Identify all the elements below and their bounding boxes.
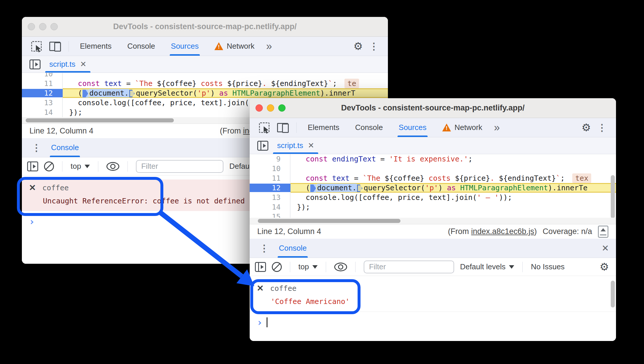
console-drawer-header: ⋮ Console ✕ [250, 239, 616, 258]
code-editor[interactable]: 9 const endingText = 'It is expensive.';… [250, 154, 616, 218]
tab-elements[interactable]: Elements [73, 37, 118, 56]
zoom-traffic-light[interactable] [50, 23, 58, 30]
inspect-element-icon[interactable] [259, 122, 270, 133]
drawer-tab-console[interactable]: Console [272, 239, 314, 258]
scrollbar-thumb[interactable] [258, 219, 400, 223]
code-line[interactable]: 14}); [250, 202, 616, 212]
kebab-menu-icon[interactable]: ⋮ [366, 41, 382, 52]
toolbar-divider [296, 122, 297, 133]
warning-icon [442, 124, 451, 131]
tab-sources[interactable]: Sources [392, 118, 433, 137]
editor-status-bar: Line 12, Column 4 (From index.a8c1ec6b.j… [250, 224, 616, 239]
sources-file-tabs: script.ts ✕ [250, 137, 616, 154]
file-tab-label: script.ts [49, 60, 76, 69]
source-map-link[interactable]: index.a8c1ec6b.js [471, 227, 534, 236]
tab-network[interactable]: Network [207, 37, 261, 56]
more-tabs-icon[interactable]: » [491, 122, 503, 134]
file-tab-script-ts[interactable]: script.ts ✕ [43, 56, 92, 73]
console-log-entry[interactable]: ✕ coffee 'Coffee Americano' [250, 280, 616, 312]
zoom-traffic-light[interactable] [278, 104, 286, 112]
warning-icon [214, 42, 223, 50]
drawer-tab-console[interactable]: Console [44, 138, 86, 157]
eye-icon[interactable] [106, 162, 119, 171]
chevron-down-icon [509, 265, 514, 269]
navigator-toggle-icon[interactable] [29, 59, 41, 69]
tab-elements[interactable]: Elements [301, 118, 346, 137]
code-line[interactable]: 15 [250, 212, 616, 218]
scrollbar-thumb[interactable] [26, 118, 174, 122]
filter-input[interactable] [364, 261, 454, 273]
devtools-window-front[interactable]: DevTools - consistent-source-map-pc.netl… [250, 98, 616, 341]
devtools-toolbar: Elements Console Sources Network » ⚙ ⋮ [250, 118, 616, 137]
console-messages[interactable]: ✕ coffee 'Coffee Americano' › [250, 276, 616, 341]
code-line[interactable]: 12 (document.querySelector('p') as HTMLP… [250, 183, 616, 193]
default-levels-selector[interactable]: Default levels [460, 262, 514, 271]
settings-gear-icon[interactable]: ⚙ [352, 40, 365, 52]
window-title: DevTools - consistent-source-map-pc.netl… [250, 103, 616, 112]
context-selector[interactable]: top [71, 162, 90, 171]
console-result-value: 'Coffee Americano' [250, 295, 616, 309]
code-line[interactable]: 11 const text = `The ${coffee} costs ${p… [22, 79, 388, 88]
console-sidebar-icon[interactable] [255, 262, 266, 272]
traffic-lights [256, 104, 286, 112]
window-title: DevTools - consistent-source-map-pc.netl… [22, 22, 388, 31]
error-close-icon[interactable]: ✕ [29, 183, 36, 193]
drawer-menu-icon[interactable]: ⋮ [29, 142, 44, 153]
clear-console-icon[interactable] [272, 262, 282, 272]
minimize-traffic-light[interactable] [267, 104, 274, 112]
kebab-menu-icon[interactable]: ⋮ [594, 122, 610, 133]
navigator-toggle-icon[interactable] [257, 141, 268, 151]
close-icon[interactable]: ✕ [308, 141, 314, 150]
console-expression: coffee [270, 284, 296, 293]
toolbar-divider [98, 161, 98, 172]
prompt-chevron-icon: › [257, 316, 262, 328]
horizontal-scrollbar[interactable] [250, 218, 616, 224]
code-line[interactable]: 10 [250, 164, 616, 173]
context-selector[interactable]: top [298, 262, 318, 271]
tab-network[interactable]: Network [435, 118, 489, 137]
console-settings-icon[interactable]: ⚙ [598, 261, 611, 273]
inline-eval-hint: tex [572, 173, 591, 183]
file-tab-script-ts[interactable]: script.ts ✕ [271, 137, 320, 154]
entry-close-icon[interactable]: ✕ [257, 283, 264, 293]
no-issues-status[interactable]: No Issues [531, 262, 565, 271]
vertical-scrollbar-thumb[interactable] [611, 175, 615, 218]
text-cursor [267, 317, 267, 327]
device-toolbar-icon[interactable] [277, 122, 289, 133]
dock-panel-icon[interactable] [598, 226, 608, 238]
device-toolbar-icon[interactable] [49, 41, 62, 52]
close-icon[interactable]: ✕ [80, 60, 87, 69]
toolbar-divider [326, 262, 326, 272]
console-sidebar-icon[interactable] [27, 161, 38, 171]
code-line[interactable]: 10 [22, 73, 388, 79]
coverage-status: Coverage: n/a [542, 227, 592, 236]
tab-console[interactable]: Console [120, 37, 162, 56]
console-prompt[interactable]: › [257, 316, 616, 328]
tab-console[interactable]: Console [348, 118, 390, 137]
toolbar-divider [522, 262, 523, 272]
code-line[interactable]: 12 (document.querySelector('p') as HTMLP… [22, 88, 388, 98]
filter-input[interactable] [136, 160, 223, 173]
drawer-menu-icon[interactable]: ⋮ [257, 243, 272, 254]
titlebar[interactable]: DevTools - consistent-source-map-pc.netl… [250, 98, 616, 118]
file-tab-label: script.ts [277, 141, 303, 150]
code-line[interactable]: 11 const text = `The ${coffee} costs ${p… [250, 173, 616, 183]
code-line[interactable]: 9 const endingText = 'It is expensive.'; [250, 154, 616, 164]
vertical-scrollbar-thumb[interactable] [611, 281, 615, 307]
titlebar[interactable]: DevTools - consistent-source-map-pc.netl… [22, 17, 388, 37]
drawer-close-icon[interactable]: ✕ [602, 243, 609, 253]
settings-gear-icon[interactable]: ⚙ [580, 122, 593, 134]
more-tabs-icon[interactable]: » [263, 40, 275, 52]
line-column-status: Line 12, Column 4 [29, 126, 93, 136]
sources-file-tabs: script.ts ✕ [22, 56, 388, 73]
minimize-traffic-light[interactable] [39, 23, 46, 30]
close-traffic-light[interactable] [28, 23, 35, 30]
inspect-element-icon[interactable] [31, 41, 42, 52]
eye-icon[interactable] [334, 263, 347, 271]
toolbar-divider [290, 262, 290, 272]
tab-sources[interactable]: Sources [164, 37, 206, 56]
toolbar-divider [355, 262, 356, 272]
close-traffic-light[interactable] [256, 104, 263, 112]
code-line[interactable]: 13 console.log([coffee, price, text].joi… [250, 193, 616, 202]
clear-console-icon[interactable] [44, 161, 54, 171]
